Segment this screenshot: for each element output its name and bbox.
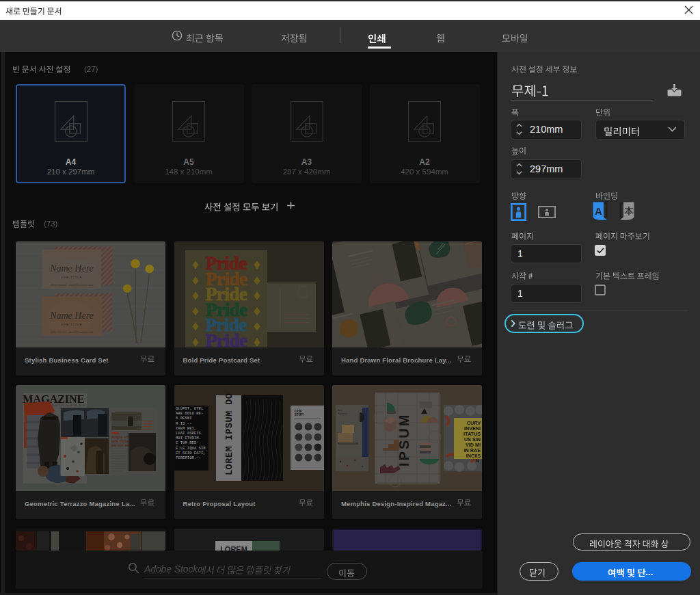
svg-text:A: A (595, 206, 602, 217)
